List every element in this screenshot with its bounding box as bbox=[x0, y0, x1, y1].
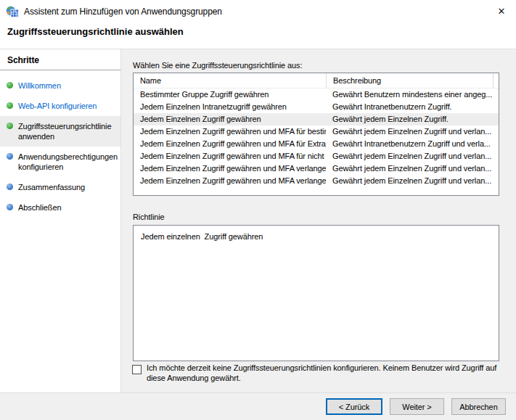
sidebar-item-4: Zusammenfassung bbox=[0, 177, 120, 197]
cell-description: Gewährt jedem Einzelnen Zugriff. bbox=[326, 113, 499, 125]
cell-name: Jedem Einzelnen Zugriff gewähren und MFA… bbox=[134, 175, 326, 187]
column-header-description[interactable]: Beschreibung bbox=[326, 73, 499, 88]
sidebar-item-label: Zugriffssteuerungsrichtlinie anwenden bbox=[18, 121, 118, 141]
step-status-icon bbox=[7, 123, 13, 129]
sidebar-item-label: Web-API konfigurieren bbox=[18, 101, 97, 111]
step-status-icon bbox=[7, 184, 13, 190]
cell-description: Gewährt Intranetbenutzern Zugriff und ve… bbox=[326, 138, 499, 150]
sidebar-item-5: Abschließen bbox=[0, 197, 120, 218]
close-icon[interactable]: ✕ bbox=[494, 4, 509, 19]
table-row[interactable]: Jedem Einzelnen Zugriff gewährenGewährt … bbox=[134, 113, 499, 125]
page-title: Zugriffssteuerungsrichtlinie auswählen bbox=[7, 26, 184, 37]
cell-name: Jedem Einzelnen Zugriff gewähren und MFA… bbox=[134, 162, 326, 175]
footer-button-bar: < ZurückWeiter >Abbrechen bbox=[0, 392, 516, 420]
wizard-page-content: Wählen Sie eine Zugriffssteuerungsrichtl… bbox=[122, 49, 516, 392]
table-body: Bestimmter Gruppe Zugriff gewährenGewähr… bbox=[134, 88, 499, 187]
cell-name: Jedem Einzelnen Zugriff gewähren und MFA… bbox=[134, 125, 326, 138]
cancel-button[interactable]: Abbrechen bbox=[451, 398, 506, 415]
policy-description-box: Jedem einzelnen Zugriff gewähren bbox=[133, 225, 499, 361]
column-header-name[interactable]: Name bbox=[134, 73, 326, 88]
skip-policy-checkbox-label[interactable]: Ich möchte derzeit keine Zugriffssteueru… bbox=[147, 363, 499, 383]
cell-description: Gewährt Intranetbenutzern Zugriff. bbox=[326, 101, 499, 113]
table-row[interactable]: Jedem Einzelnen Zugriff gewähren und MFA… bbox=[134, 138, 499, 150]
table-caption: Wählen Sie eine Zugriffssteuerungsrichtl… bbox=[133, 61, 302, 70]
cell-name: Jedem Einzelnen Zugriff gewähren bbox=[134, 113, 326, 125]
table-row[interactable]: Jedem Einzelnen Zugriff gewähren und MFA… bbox=[134, 150, 499, 162]
table-row[interactable]: Jedem Einzelnen Zugriff gewähren und MFA… bbox=[134, 125, 499, 138]
step-status-icon bbox=[7, 204, 13, 210]
policy-table: Name Beschreibung Bestimmter Gruppe Zugr… bbox=[133, 73, 499, 196]
cell-description: Gewährt jedem Einzelnen Zugriff und verl… bbox=[326, 162, 499, 175]
sidebar-item-1[interactable]: Web-API konfigurieren bbox=[0, 96, 120, 116]
wizard-window: Assistent zum Hinzufügen von Anwendungsg… bbox=[0, 0, 516, 420]
sidebar-item-0[interactable]: Willkommen bbox=[0, 75, 120, 96]
table-row[interactable]: Jedem Einzelnen Zugriff gewähren und MFA… bbox=[134, 175, 499, 187]
skip-policy-option: Ich möchte derzeit keine Zugriffssteueru… bbox=[132, 363, 499, 383]
step-status-icon bbox=[7, 102, 13, 109]
cell-name: Jedem Einzelnen Intranetzugriff gewähren bbox=[134, 101, 326, 113]
back-button[interactable]: < Zurück bbox=[326, 398, 382, 415]
steps-list: WillkommenWeb-API konfigurierenZugriffss… bbox=[0, 70, 120, 218]
cell-name: Jedem Einzelnen Zugriff gewähren und MFA… bbox=[134, 150, 326, 162]
steps-heading: Schritte bbox=[0, 49, 120, 70]
sidebar-item-label: Willkommen bbox=[18, 81, 61, 91]
sidebar-item-3: Anwendungsberechtigungen konfigurieren bbox=[0, 147, 120, 177]
adfs-app-icon bbox=[6, 5, 19, 18]
cell-description: Gewährt Benutzern mindestens einer angeg… bbox=[326, 88, 499, 101]
titlebar: Assistent zum Hinzufügen von Anwendungsg… bbox=[0, 0, 516, 23]
sidebar-item-label: Zusammenfassung bbox=[18, 182, 85, 192]
table-row[interactable]: Bestimmter Gruppe Zugriff gewährenGewähr… bbox=[134, 88, 499, 101]
step-status-icon bbox=[7, 153, 13, 160]
skip-policy-checkbox[interactable] bbox=[132, 365, 142, 374]
table-row[interactable]: Jedem Einzelnen Zugriff gewähren und MFA… bbox=[134, 162, 499, 175]
sidebar-item-label: Anwendungsberechtigungen konfigurieren bbox=[18, 152, 118, 172]
table-header: Name Beschreibung bbox=[134, 73, 499, 88]
policy-box-label: Richtlinie bbox=[133, 213, 165, 221]
sidebar-item-label: Abschließen bbox=[18, 202, 61, 213]
window-header: Assistent zum Hinzufügen von Anwendungsg… bbox=[0, 0, 516, 49]
window-title: Assistent zum Hinzufügen von Anwendungsg… bbox=[24, 7, 222, 17]
cell-name: Jedem Einzelnen Zugriff gewähren und MFA… bbox=[134, 138, 326, 150]
cell-description: Gewährt jedem Einzelnen Zugriff und verl… bbox=[326, 150, 499, 162]
cell-description: Gewährt jedem Einzelnen Zugriff und verl… bbox=[326, 175, 499, 187]
cell-description: Gewährt jedem Einzelnen Zugriff und verl… bbox=[326, 125, 499, 138]
sidebar-item-2[interactable]: Zugriffssteuerungsrichtlinie anwenden bbox=[0, 116, 120, 147]
steps-sidebar: Schritte WillkommenWeb-API konfigurieren… bbox=[0, 49, 121, 392]
table-row[interactable]: Jedem Einzelnen Intranetzugriff gewähren… bbox=[134, 101, 499, 113]
step-status-icon bbox=[7, 82, 13, 88]
cell-name: Bestimmter Gruppe Zugriff gewähren bbox=[134, 88, 326, 101]
next-button[interactable]: Weiter > bbox=[390, 398, 444, 415]
